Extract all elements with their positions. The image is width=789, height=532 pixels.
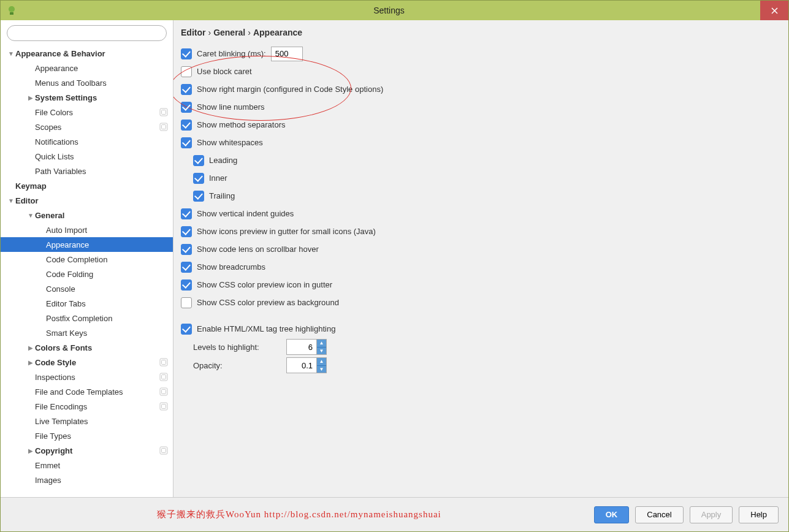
html-tree-checkbox[interactable]: [181, 324, 192, 335]
css-background-checkbox[interactable]: [181, 297, 192, 308]
icons-preview-checkbox[interactable]: [181, 226, 192, 237]
tree-item[interactable]: File Encodings: [1, 399, 173, 414]
ws-inner-checkbox[interactable]: [193, 173, 204, 184]
help-button[interactable]: Help: [739, 506, 779, 523]
tree-item[interactable]: ▼General: [1, 208, 173, 222]
css-background-label[interactable]: Show CSS color preview as background: [197, 298, 339, 307]
svg-rect-9: [162, 360, 166, 365]
use-block-caret-label[interactable]: Use block caret: [197, 67, 252, 76]
code-lens-label[interactable]: Show code lens on scrollbar hover: [197, 245, 319, 254]
tree-item[interactable]: Auto Import: [1, 222, 173, 237]
tree-item[interactable]: ▼Editor: [1, 193, 173, 208]
opacity-spinner[interactable]: ▲▼: [286, 357, 327, 373]
ws-trailing-label[interactable]: Trailing: [209, 191, 235, 200]
chevron-down-icon: ▼: [26, 212, 35, 219]
css-gutter-checkbox[interactable]: [181, 279, 192, 291]
tree-item-label: File Types: [35, 431, 168, 441]
spinner-down-icon[interactable]: ▼: [317, 366, 326, 373]
ok-button[interactable]: OK: [594, 506, 630, 523]
chevron-right-icon: ▶: [26, 359, 35, 366]
show-whitespaces-label[interactable]: Show whitespaces: [197, 138, 263, 147]
tree-item[interactable]: Appearance: [1, 237, 173, 252]
tree-item-label: Code Style: [35, 358, 159, 367]
svg-rect-14: [160, 403, 167, 410]
ws-leading-checkbox[interactable]: [193, 155, 204, 166]
close-button[interactable]: [760, 1, 788, 20]
tree-item[interactable]: Code Completion: [1, 252, 173, 267]
caret-blinking-checkbox[interactable]: [181, 48, 192, 59]
cancel-button[interactable]: Cancel: [635, 506, 683, 523]
spinner-up-icon[interactable]: ▲: [317, 358, 326, 366]
levels-input[interactable]: [287, 340, 316, 354]
settings-form: Caret blinking (ms): Use block caret Sho…: [173, 42, 788, 377]
tree-item[interactable]: Emmet: [1, 458, 173, 473]
show-right-margin-checkbox[interactable]: [181, 84, 192, 95]
ws-trailing-checkbox[interactable]: [193, 191, 204, 202]
tree-item[interactable]: Appearance: [1, 61, 173, 75]
breadcrumbs-checkbox[interactable]: [181, 262, 192, 273]
tree-item[interactable]: Postfix Completion: [1, 311, 173, 325]
caret-blinking-label[interactable]: Caret blinking (ms):: [197, 49, 266, 58]
breadcrumbs-label[interactable]: Show breadcrumbs: [197, 262, 265, 272]
use-block-caret-checkbox[interactable]: [181, 66, 192, 77]
code-lens-checkbox[interactable]: [181, 244, 192, 255]
opacity-input[interactable]: [287, 358, 316, 373]
tree-item-label: System Settings: [35, 93, 168, 102]
show-right-margin-label[interactable]: Show right margin (configured in Code St…: [197, 85, 383, 94]
footer: 猴子搬来的救兵WooYun http://blog.csdn.net/mynam…: [1, 497, 788, 531]
tree-item-label: Editor Tabs: [46, 299, 168, 308]
svg-rect-13: [162, 390, 166, 394]
tree-item[interactable]: ▶Colors & Fonts: [1, 340, 173, 355]
titlebar: Settings: [1, 1, 788, 20]
settings-tree[interactable]: ▼Appearance & BehaviorAppearanceMenus an…: [1, 46, 173, 497]
tree-item-label: Colors & Fonts: [35, 343, 168, 352]
svg-rect-8: [160, 359, 167, 366]
show-line-numbers-checkbox[interactable]: [181, 102, 192, 113]
tree-item[interactable]: File and Code Templates: [1, 384, 173, 399]
spinner-up-icon[interactable]: ▲: [317, 340, 326, 348]
tree-item[interactable]: Editor Tabs: [1, 296, 173, 311]
vertical-guides-checkbox[interactable]: [181, 208, 192, 219]
tree-item[interactable]: Live Templates: [1, 414, 173, 428]
tree-item[interactable]: Notifications: [1, 134, 173, 149]
tree-item[interactable]: ▶Copyright: [1, 443, 173, 458]
tree-item[interactable]: Smart Keys: [1, 325, 173, 340]
ws-leading-label[interactable]: Leading: [209, 156, 237, 165]
tree-item[interactable]: File Colors: [1, 105, 173, 120]
icons-preview-label[interactable]: Show icons preview in gutter for small i…: [197, 227, 376, 236]
ws-inner-label[interactable]: Inner: [209, 173, 227, 183]
levels-spinner[interactable]: ▲▼: [286, 339, 327, 355]
breadcrumb: Editor›General›Appearance: [173, 20, 788, 42]
tree-item[interactable]: File Types: [1, 428, 173, 443]
tree-item[interactable]: Menus and Toolbars: [1, 75, 173, 90]
tree-item[interactable]: Images: [1, 473, 173, 487]
css-gutter-label[interactable]: Show CSS color preview icon in gutter: [197, 280, 332, 289]
tree-item-label: Appearance & Behavior: [15, 49, 168, 58]
search-input[interactable]: [7, 25, 167, 41]
vertical-guides-label[interactable]: Show vertical indent guides: [197, 209, 294, 218]
tree-item[interactable]: Code Folding: [1, 267, 173, 281]
svg-rect-17: [162, 449, 166, 453]
tree-item[interactable]: Scopes: [1, 120, 173, 134]
show-method-separators-label[interactable]: Show method separators: [197, 120, 286, 129]
tree-item[interactable]: Keymap: [1, 178, 173, 193]
tree-item[interactable]: Inspections: [1, 370, 173, 384]
apply-button[interactable]: Apply: [690, 506, 733, 523]
app-icon: [6, 4, 18, 17]
tree-item[interactable]: Path Variables: [1, 164, 173, 178]
show-line-numbers-label[interactable]: Show line numbers: [197, 102, 265, 112]
tree-item[interactable]: Console: [1, 281, 173, 296]
tree-item[interactable]: ▼Appearance & Behavior: [1, 46, 173, 61]
html-tree-label[interactable]: Enable HTML/XML tag tree highlighting: [197, 324, 335, 333]
tree-item[interactable]: ▶Code Style: [1, 355, 173, 370]
tree-item[interactable]: ▶System Settings: [1, 90, 173, 105]
caret-blinking-input[interactable]: [271, 47, 303, 61]
tree-item-label: Console: [46, 284, 168, 294]
tree-item-label: Images: [35, 476, 168, 485]
show-method-separators-checkbox[interactable]: [181, 120, 192, 131]
tree-item[interactable]: Quick Lists: [1, 149, 173, 164]
svg-rect-10: [160, 373, 167, 381]
show-whitespaces-checkbox[interactable]: [181, 137, 192, 148]
spinner-down-icon[interactable]: ▼: [317, 348, 326, 355]
tree-item-label: Quick Lists: [35, 152, 168, 161]
